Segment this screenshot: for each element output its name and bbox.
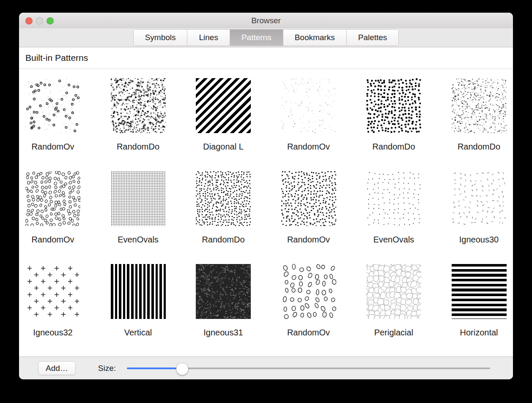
slider-thumb[interactable]	[176, 363, 189, 375]
pattern-label: RandomOv	[269, 142, 349, 152]
pattern-tile[interactable]: EvenOvals	[111, 171, 166, 264]
pattern-label: Igneous31	[183, 328, 263, 338]
tab-symbols[interactable]: Symbols	[134, 30, 187, 46]
pattern-swatch[interactable]	[25, 264, 80, 319]
pattern-swatch[interactable]	[281, 171, 336, 226]
pattern-swatch[interactable]	[111, 264, 166, 319]
window-title: Browser	[19, 13, 513, 28]
pattern-tile[interactable]: RandomOv	[25, 78, 80, 171]
section-title: Built-in Patterns	[19, 47, 513, 69]
tab-palettes[interactable]: Palettes	[346, 30, 399, 46]
pattern-tile[interactable]: RandomDo	[196, 171, 251, 264]
pattern-tile[interactable]: Igneous30	[452, 171, 507, 264]
tab-bookmarks[interactable]: Bookmarks	[283, 30, 346, 46]
pattern-swatch[interactable]	[366, 78, 421, 133]
pattern-label: RandomDo	[183, 235, 263, 245]
pattern-label: RandomOv	[269, 235, 349, 245]
pattern-label: RandomDo	[354, 142, 434, 152]
pattern-tile[interactable]: Igneous31	[196, 264, 251, 357]
pattern-swatch[interactable]	[366, 264, 421, 319]
tab-bar: Symbols Lines Patterns Bookmarks Palette…	[19, 28, 513, 47]
pattern-label: RandomDo	[439, 142, 513, 152]
tab-segmented-control: Symbols Lines Patterns Bookmarks Palette…	[133, 29, 399, 46]
pattern-label: RandomOv	[19, 142, 93, 152]
pattern-swatch[interactable]	[281, 264, 336, 319]
pattern-tile[interactable]: Diagonal L	[196, 78, 251, 171]
pattern-swatch[interactable]	[111, 171, 166, 226]
pattern-swatch[interactable]	[25, 78, 80, 133]
pattern-tile[interactable]: RandomOv	[281, 264, 336, 357]
titlebar[interactable]: Browser	[19, 13, 513, 28]
pattern-label: RandomOv	[269, 328, 349, 338]
pattern-label: RandomDo	[98, 142, 178, 152]
pattern-swatch[interactable]	[196, 171, 251, 226]
pattern-tile[interactable]: EvenOvals	[366, 171, 421, 264]
pattern-tile[interactable]: Vertical	[111, 264, 166, 357]
pattern-label: Periglacial	[354, 328, 434, 338]
pattern-tile[interactable]: RandomOv	[281, 171, 336, 264]
pattern-label: Horizontal	[439, 328, 513, 338]
tab-patterns[interactable]: Patterns	[230, 30, 283, 46]
pattern-tile[interactable]: Igneous32	[25, 264, 80, 357]
pattern-label: EvenOvals	[98, 235, 178, 245]
pattern-swatch[interactable]	[452, 78, 507, 133]
pattern-tile[interactable]: RandomDo	[366, 78, 421, 171]
pattern-tile[interactable]: Horizontal	[452, 264, 507, 357]
pattern-swatch[interactable]	[196, 78, 251, 133]
slider-fill	[127, 368, 182, 370]
pattern-label: Igneous32	[19, 328, 93, 338]
pattern-label: Diagonal L	[183, 142, 263, 152]
size-slider[interactable]	[127, 362, 490, 374]
pattern-grid: RandomOv RandomDo Diagonal L RandomOv Ra…	[19, 69, 513, 357]
pattern-swatch[interactable]	[366, 171, 421, 226]
tab-lines[interactable]: Lines	[187, 30, 229, 46]
pattern-swatch[interactable]	[452, 171, 507, 226]
pattern-label: Vertical	[98, 328, 178, 338]
pattern-label: EvenOvals	[354, 235, 434, 245]
pattern-tile[interactable]: RandomDo	[111, 78, 166, 171]
pattern-swatch[interactable]	[281, 78, 336, 133]
pattern-swatch[interactable]	[452, 264, 507, 319]
pattern-swatch[interactable]	[111, 78, 166, 133]
pattern-tile[interactable]: RandomOv	[25, 171, 80, 264]
pattern-tile[interactable]: RandomDo	[452, 78, 507, 171]
browser-window: Browser Symbols Lines Patterns Bookmarks…	[19, 13, 513, 379]
pattern-tile[interactable]: Periglacial	[366, 264, 421, 357]
add-button[interactable]: Add…	[38, 361, 76, 375]
pattern-label: RandomOv	[19, 235, 93, 245]
size-label: Size:	[98, 364, 116, 373]
footer-bar: Add… Size:	[19, 357, 513, 379]
pattern-swatch[interactable]	[25, 171, 80, 226]
pattern-tile[interactable]: RandomOv	[281, 78, 336, 171]
pattern-swatch[interactable]	[196, 264, 251, 319]
pattern-label: Igneous30	[439, 235, 513, 245]
pattern-grid-area: RandomOv RandomDo Diagonal L RandomOv Ra…	[19, 69, 513, 357]
